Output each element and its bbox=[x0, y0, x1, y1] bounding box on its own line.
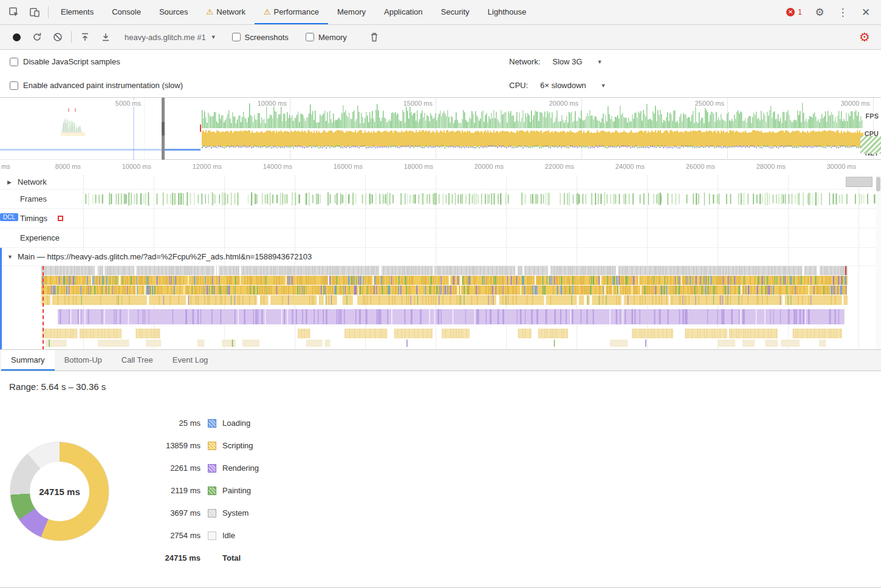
range-label: Range: 5.64 s – 30.36 s bbox=[9, 381, 106, 392]
tab-application[interactable]: Application bbox=[375, 0, 432, 24]
legend-row-painting: 2119 msPainting bbox=[109, 479, 259, 502]
legend-label: Idle bbox=[222, 531, 235, 540]
capture-settings-gear-icon[interactable]: ⚙ bbox=[859, 30, 875, 44]
load-profile-button[interactable] bbox=[75, 27, 95, 47]
ruler-label: 18000 ms bbox=[404, 163, 436, 170]
track-main-header[interactable]: ▼ Main — https://heavy-ads.glitch.me/?ad… bbox=[0, 248, 881, 266]
cpu-throttle-group: CPU: 6× slowdown ▼ bbox=[509, 81, 606, 90]
performance-toolbar: heavy-ads.glitch.me #1 ▼ Screenshots Mem… bbox=[0, 25, 881, 50]
overview-chart-canvas[interactable] bbox=[0, 98, 881, 160]
expand-arrow-icon[interactable]: ▼ bbox=[7, 254, 16, 260]
tab-label: Performance bbox=[274, 7, 319, 16]
summary-donut-wrap: 24715 ms bbox=[10, 442, 109, 541]
tab-elements[interactable]: Elements bbox=[52, 0, 103, 24]
legend-label: Loading bbox=[222, 419, 250, 428]
donut-total-label: 24715 ms bbox=[30, 462, 89, 521]
track-timings[interactable]: DCL Timings bbox=[0, 209, 881, 228]
tab-sources[interactable]: Sources bbox=[150, 0, 197, 24]
settings-gear-icon[interactable]: ⚙ bbox=[809, 2, 830, 22]
overview-time-label: 15000 ms bbox=[402, 100, 434, 107]
device-toolbar-icon[interactable] bbox=[24, 2, 45, 22]
legend-swatch-loading bbox=[208, 419, 216, 428]
flame-vertical-scrollbar[interactable] bbox=[876, 175, 881, 350]
close-devtools-icon[interactable]: ✕ bbox=[855, 2, 876, 22]
ruler-label: 28000 ms bbox=[756, 163, 788, 170]
tab-label: Memory bbox=[337, 7, 366, 16]
ruler-label: 20000 ms bbox=[475, 163, 506, 170]
summary-legend: 25 msLoading13859 msScripting2261 msRend… bbox=[109, 412, 259, 569]
profile-history-select[interactable]: heavy-ads.glitch.me #1 ▼ bbox=[125, 33, 216, 42]
memory-checkbox[interactable] bbox=[306, 33, 314, 41]
flame-time-ruler: ms 8000 ms10000 ms12000 ms14000 ms16000 … bbox=[0, 160, 881, 175]
ruler-label: 24000 ms bbox=[615, 163, 647, 170]
drawer-tab-call-tree[interactable]: Call Tree bbox=[112, 350, 163, 371]
overview-fps-label: FPS bbox=[865, 112, 880, 120]
toolbar-separator bbox=[71, 31, 72, 43]
screenshots-checkbox[interactable] bbox=[232, 33, 241, 41]
track-experience[interactable]: Experience bbox=[0, 228, 881, 248]
reload-and-record-button[interactable] bbox=[27, 27, 47, 47]
ruler-label: 8000 ms bbox=[55, 163, 83, 170]
tab-security[interactable]: Security bbox=[432, 0, 479, 24]
drawer-tab-event-log[interactable]: Event Log bbox=[163, 350, 218, 371]
drawer-tab-bottom-up[interactable]: Bottom-Up bbox=[55, 350, 112, 371]
tab-lighthouse[interactable]: Lighthouse bbox=[479, 0, 536, 24]
legend-label: Total bbox=[222, 553, 241, 562]
ruler-label: 10000 ms bbox=[122, 163, 154, 170]
tab-label: Application bbox=[384, 7, 423, 16]
net-pending-hatch bbox=[860, 136, 881, 154]
cpu-throttle-select[interactable]: 6× slowdown ▼ bbox=[540, 81, 606, 90]
more-menu-icon[interactable]: ⋮ bbox=[832, 2, 853, 22]
frames-activity-canvas[interactable] bbox=[0, 190, 881, 208]
tab-memory[interactable]: Memory bbox=[328, 0, 375, 24]
track-network[interactable]: ▶ Network bbox=[0, 175, 881, 190]
config-row-js-samples: Disable JavaScript samples Network: Slow… bbox=[0, 50, 881, 74]
legend-swatch-system bbox=[208, 509, 216, 518]
paint-instrumentation-checkbox[interactable] bbox=[10, 81, 18, 90]
flame-bars-canvas[interactable] bbox=[0, 266, 881, 350]
fcp-marker-line bbox=[43, 266, 44, 350]
legend-value: 13859 ms bbox=[109, 441, 201, 450]
warning-icon: ⚠ bbox=[264, 7, 271, 16]
save-profile-button[interactable] bbox=[95, 27, 116, 47]
devtools-window: ElementsConsoleSources⚠Network⚠Performan… bbox=[0, 0, 881, 588]
toolbar-separator bbox=[48, 6, 49, 18]
collapse-arrow-icon[interactable]: ▶ bbox=[7, 179, 16, 185]
chevron-down-icon: ▼ bbox=[211, 34, 216, 40]
disable-js-samples-checkbox[interactable] bbox=[10, 58, 18, 66]
legend-label: System bbox=[222, 508, 249, 518]
track-network-label: Network bbox=[16, 177, 49, 186]
garbage-collect-button[interactable] bbox=[364, 27, 385, 47]
tab-performance[interactable]: ⚠Performance bbox=[255, 0, 328, 24]
scrollbar-thumb[interactable] bbox=[876, 177, 880, 191]
paint-instrumentation-label: Enable advanced paint instrumentation (s… bbox=[23, 81, 183, 90]
main-track-label: Main — https://heavy-ads.glitch.me/?ad=%… bbox=[16, 252, 314, 261]
track-frames[interactable]: Frames bbox=[0, 190, 881, 209]
record-button[interactable] bbox=[6, 27, 27, 47]
screenshots-label: Screenshots bbox=[245, 33, 289, 42]
dcl-marker-badge: DCL bbox=[0, 213, 18, 221]
inspect-element-icon[interactable] bbox=[4, 2, 24, 22]
timeline-overview[interactable]: 5000 ms10000 ms15000 ms20000 ms25000 ms3… bbox=[0, 98, 881, 160]
legend-label: Rendering bbox=[222, 463, 259, 473]
tab-label: Console bbox=[112, 7, 141, 16]
legend-swatch-rendering bbox=[208, 464, 216, 473]
legend-value: 24715 ms bbox=[109, 553, 201, 562]
devtools-tabbar: ElementsConsoleSources⚠Network⚠Performan… bbox=[0, 0, 881, 25]
console-error-badge[interactable]: ✕ 1 bbox=[786, 8, 802, 16]
tab-network[interactable]: ⚠Network bbox=[197, 0, 255, 24]
network-scrollbar-thumb[interactable] bbox=[846, 177, 872, 187]
flame-chart-section[interactable]: ms 8000 ms10000 ms12000 ms14000 ms16000 … bbox=[0, 160, 881, 350]
ruler-fragment-label: ms bbox=[1, 163, 10, 170]
main-flame-chart[interactable] bbox=[0, 266, 881, 350]
tab-console[interactable]: Console bbox=[103, 0, 150, 24]
drawer-tab-summary[interactable]: Summary bbox=[1, 350, 55, 371]
clear-recording-button[interactable] bbox=[47, 27, 68, 47]
ruler-label: 30000 ms bbox=[827, 163, 859, 170]
capture-settings-pane: Disable JavaScript samples Network: Slow… bbox=[0, 50, 881, 98]
network-throttle-group: Network: Slow 3G ▼ bbox=[509, 57, 602, 66]
legend-row-idle: 2754 msIdle bbox=[109, 524, 259, 547]
error-icon: ✕ bbox=[786, 8, 795, 16]
network-throttle-select[interactable]: Slow 3G ▼ bbox=[552, 57, 602, 66]
cpu-throttle-value: 6× slowdown bbox=[540, 81, 586, 90]
